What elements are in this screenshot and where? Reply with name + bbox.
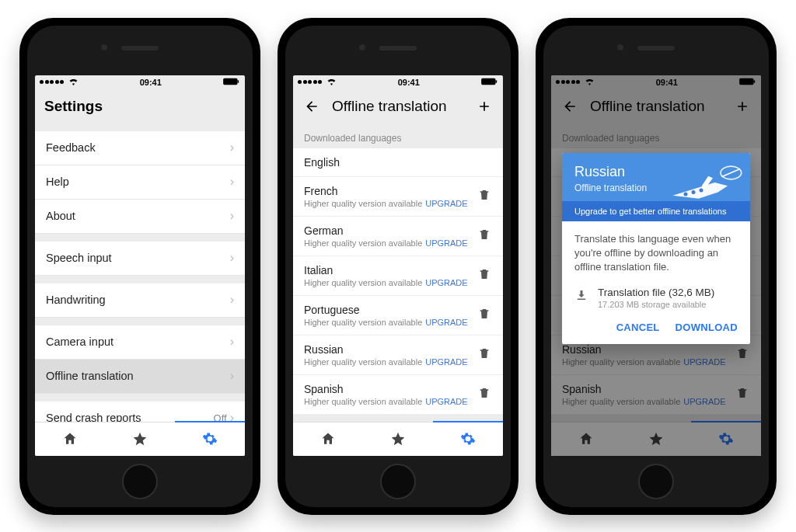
lang-name: English: [304, 156, 492, 169]
chevron-right-icon: ›: [230, 369, 234, 383]
home-button[interactable]: [380, 464, 416, 499]
lang-sub: Higher quality version availableUPGRADE: [304, 238, 478, 248]
dialog-file-row: Translation file (32,6 MB) 17.203 MB sto…: [562, 279, 750, 314]
lang-english[interactable]: English: [293, 148, 503, 177]
svg-point-8: [684, 192, 688, 196]
chevron-right-icon: ›: [230, 209, 234, 223]
tab-star[interactable]: [363, 422, 433, 456]
status-bar: 09:41: [35, 75, 245, 89]
wifi-icon: [68, 78, 79, 87]
home-button[interactable]: [638, 464, 674, 499]
trash-icon[interactable]: [478, 228, 492, 244]
row-feedback[interactable]: Feedback ›: [35, 131, 245, 165]
row-label: Speech input: [46, 252, 230, 264]
tab-star[interactable]: [105, 422, 175, 456]
upgrade-link[interactable]: UPGRADE: [425, 397, 467, 406]
row-label: Offline translation: [46, 370, 230, 382]
page-title: Settings: [44, 98, 236, 115]
file-title: Translation file (32,6 MB): [598, 287, 714, 298]
phone-download-dialog: 09:41 Offline translation Downloaded lan…: [536, 18, 777, 515]
row-label: About: [46, 210, 230, 222]
status-bar: 09:41: [293, 75, 503, 89]
download-dialog: Russian Offline translation: [562, 153, 750, 345]
back-button[interactable]: [302, 97, 321, 116]
phone-settings: 09:41 Settings Feedback › Help ›: [19, 18, 260, 515]
trash-icon[interactable]: [478, 189, 492, 204]
upgrade-link[interactable]: UPGRADE: [425, 278, 467, 287]
dialog-body-text: Translate this language even when you're…: [562, 221, 750, 280]
upgrade-link[interactable]: UPGRADE: [425, 199, 467, 208]
chevron-right-icon: ›: [230, 293, 234, 307]
chevron-right-icon: ›: [230, 175, 234, 189]
lang-italian[interactable]: Italian Higher quality version available…: [293, 256, 503, 296]
home-button[interactable]: [122, 464, 158, 499]
download-button[interactable]: DOWNLOAD: [676, 322, 738, 333]
lang-name: Portuguese: [304, 304, 478, 316]
chevron-right-icon: ›: [230, 251, 234, 265]
tab-settings[interactable]: [433, 422, 503, 456]
row-handwriting[interactable]: Handwriting ›: [35, 283, 245, 318]
row-offline-translation[interactable]: Offline translation ›: [35, 360, 245, 394]
upgrade-link[interactable]: UPGRADE: [425, 357, 467, 367]
svg-rect-2: [481, 78, 495, 84]
plane-cloud-icon: [666, 159, 744, 206]
svg-rect-0: [223, 78, 237, 84]
chevron-right-icon: ›: [230, 411, 234, 422]
lang-name: German: [304, 224, 478, 237]
svg-point-9: [692, 190, 696, 194]
battery-icon: [223, 78, 240, 87]
section-label: Downloaded languages: [293, 123, 503, 148]
row-camera-input[interactable]: Camera input ›: [35, 325, 245, 360]
lang-french[interactable]: French Higher quality version availableU…: [293, 177, 503, 217]
status-time: 09:41: [398, 78, 420, 87]
lang-name: Spanish: [304, 383, 478, 395]
svg-point-10: [700, 188, 703, 192]
row-help[interactable]: Help ›: [35, 165, 245, 200]
svg-rect-1: [237, 80, 239, 82]
lang-german[interactable]: German Higher quality version availableU…: [293, 217, 503, 256]
row-label: Feedback: [46, 141, 230, 154]
trash-icon[interactable]: [478, 268, 492, 283]
chevron-right-icon: ›: [230, 335, 234, 349]
status-time: 09:41: [140, 78, 162, 87]
trash-icon[interactable]: [478, 347, 492, 363]
page-title: Offline translation: [332, 98, 475, 115]
row-speech-input[interactable]: Speech input ›: [35, 242, 245, 276]
phone-offline-list: 09:41 Offline translation Downloaded lan…: [278, 18, 518, 515]
cancel-button[interactable]: CANCEL: [616, 322, 660, 333]
tab-settings[interactable]: [175, 422, 245, 456]
signal-dots: [40, 78, 79, 87]
lang-name: Italian: [304, 264, 478, 276]
file-sub: 17.203 MB storage available: [598, 300, 714, 309]
settings-header: Settings: [35, 89, 245, 123]
download-icon: [574, 288, 588, 305]
trash-icon[interactable]: [478, 387, 492, 402]
lang-sub: Higher quality version availableUPGRADE: [304, 278, 478, 287]
wifi-icon: [326, 78, 337, 87]
row-crash-reports[interactable]: Send crash reports Off ›: [35, 402, 245, 422]
lang-russian[interactable]: Russian Higher quality version available…: [293, 336, 503, 375]
lang-name: Russian: [304, 343, 478, 356]
chevron-right-icon: ›: [230, 141, 234, 155]
trash-icon[interactable]: [478, 308, 492, 323]
add-button[interactable]: [475, 97, 494, 116]
row-label: Handwriting: [46, 294, 230, 306]
lang-spanish[interactable]: Spanish Higher quality version available…: [293, 375, 503, 415]
lang-portuguese[interactable]: Portuguese Higher quality version availa…: [293, 296, 503, 336]
lang-name: French: [304, 185, 478, 197]
battery-icon: [481, 78, 498, 87]
offline-header: Offline translation: [293, 89, 503, 123]
svg-rect-3: [495, 80, 497, 82]
row-about[interactable]: About ›: [35, 200, 245, 234]
upgrade-link[interactable]: UPGRADE: [425, 318, 467, 327]
svg-line-7: [722, 169, 740, 176]
tab-bar: [293, 422, 503, 456]
lang-sub: Higher quality version availableUPGRADE: [304, 199, 478, 208]
lang-sub: Higher quality version availableUPGRADE: [304, 318, 478, 327]
upgrade-link[interactable]: UPGRADE: [425, 238, 467, 248]
dialog-hero: Russian Offline translation: [562, 153, 750, 201]
lang-sub: Higher quality version availableUPGRADE: [304, 397, 478, 406]
tab-bar: [35, 422, 245, 456]
tab-home[interactable]: [293, 422, 363, 456]
tab-home[interactable]: [35, 422, 105, 456]
